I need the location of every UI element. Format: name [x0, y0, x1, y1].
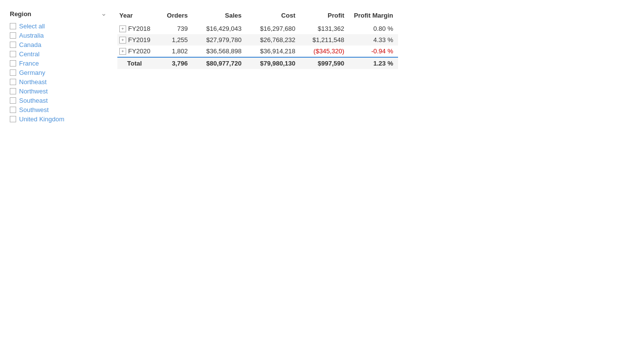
checkbox-united-kingdom[interactable]: [10, 116, 16, 122]
sidebar-item-canada[interactable]: Canada: [10, 40, 108, 49]
sidebar-item-france[interactable]: France: [10, 59, 108, 68]
checkbox-select-all[interactable]: [10, 23, 16, 29]
cell-sales: $16,429,043: [193, 23, 246, 34]
col-header-cost[interactable]: Cost: [246, 10, 300, 23]
cell-sales: $27,979,780: [193, 34, 246, 45]
cell-cost: $26,768,232: [246, 34, 300, 45]
sidebar-item-southwest[interactable]: Southwest: [10, 105, 108, 114]
sidebar-item-label: Germany: [19, 69, 45, 76]
total-row: Total3,796$80,977,720$79,980,130$997,590…: [117, 57, 398, 69]
sidebar-header: Region ⌵: [10, 10, 108, 18]
table-row: +FY20201,802$36,568,898$36,914,218($345,…: [117, 45, 398, 57]
checkbox-germany[interactable]: [10, 69, 16, 76]
sidebar-item-label: United Kingdom: [19, 115, 65, 123]
cell-profit: ($345,320): [300, 45, 349, 57]
cell-year: +FY2018: [117, 23, 163, 34]
year-value: FY2018: [128, 25, 151, 32]
total-sales: $80,977,720: [193, 57, 246, 69]
expand-icon[interactable]: +: [119, 48, 126, 55]
expand-icon[interactable]: +: [119, 37, 126, 44]
cell-margin: -0.94 %: [349, 45, 398, 57]
cell-cost: $36,914,218: [246, 45, 300, 57]
checkbox-central[interactable]: [10, 51, 16, 57]
cell-orders: 1,802: [163, 45, 193, 57]
cell-profit: $131,362: [300, 23, 349, 34]
table-row: +FY20191,255$27,979,780$26,768,232$1,211…: [117, 34, 398, 45]
col-header-sales[interactable]: Sales: [193, 10, 246, 23]
cell-orders: 739: [163, 23, 193, 34]
sidebar-item-label: Canada: [19, 41, 42, 48]
cell-margin: 0.80 %: [349, 23, 398, 34]
sidebar-item-central[interactable]: Central: [10, 49, 108, 59]
cell-year: +FY2020: [117, 45, 163, 57]
sidebar: Region ⌵ Select all Australia Canada Cen…: [10, 10, 108, 124]
checkbox-southwest[interactable]: [10, 107, 16, 113]
checkbox-australia[interactable]: [10, 32, 16, 39]
sidebar-item-southeast[interactable]: Southeast: [10, 96, 108, 105]
cell-year: +FY2019: [117, 34, 163, 45]
checkbox-canada[interactable]: [10, 42, 16, 48]
col-header-orders[interactable]: Orders: [163, 10, 193, 23]
year-value: FY2019: [128, 36, 151, 44]
sidebar-item-australia[interactable]: Australia: [10, 31, 108, 40]
total-cost: $79,980,130: [246, 57, 300, 69]
total-orders: 3,796: [163, 57, 193, 69]
sidebar-item-northeast[interactable]: Northeast: [10, 77, 108, 87]
cell-profit: $1,211,548: [300, 34, 349, 45]
total-label: Total: [117, 57, 163, 69]
sidebar-item-germany[interactable]: Germany: [10, 68, 108, 77]
total-profit: $997,590: [300, 57, 349, 69]
cell-cost: $16,297,680: [246, 23, 300, 34]
sidebar-item-label: Southeast: [19, 97, 48, 104]
sidebar-item-label: Southwest: [19, 106, 49, 113]
checkbox-france[interactable]: [10, 60, 16, 67]
sidebar-item-northwest[interactable]: Northwest: [10, 87, 108, 96]
cell-orders: 1,255: [163, 34, 193, 45]
expand-icon[interactable]: +: [119, 25, 126, 32]
cell-margin: 4.33 %: [349, 34, 398, 45]
table-row: +FY2018739$16,429,043$16,297,680$131,362…: [117, 23, 398, 34]
data-table: Year Orders Sales Cost Profit Profit Mar…: [117, 10, 398, 69]
col-header-margin[interactable]: Profit Margin: [349, 10, 398, 23]
sidebar-item-label: Northeast: [19, 78, 46, 86]
sidebar-title: Region: [10, 10, 31, 18]
year-value: FY2020: [128, 47, 151, 55]
sidebar-item-label: Australia: [19, 32, 44, 39]
checkbox-southeast[interactable]: [10, 97, 16, 104]
sidebar-item-label: Select all: [19, 23, 45, 30]
checkbox-northeast[interactable]: [10, 79, 16, 85]
total-margin: 1.23 %: [349, 57, 398, 69]
checkbox-northwest[interactable]: [10, 88, 16, 94]
sidebar-item-select-all[interactable]: Select all: [10, 22, 108, 31]
chevron-down-icon[interactable]: ⌵: [100, 10, 108, 18]
sidebar-item-label: Central: [19, 50, 40, 58]
sidebar-item-united-kingdom[interactable]: United Kingdom: [10, 114, 108, 124]
main-content: Year Orders Sales Cost Profit Profit Mar…: [117, 10, 644, 124]
col-header-profit[interactable]: Profit: [300, 10, 349, 23]
sidebar-item-label: France: [19, 60, 39, 67]
cell-sales: $36,568,898: [193, 45, 246, 57]
sidebar-item-label: Northwest: [19, 88, 48, 95]
col-header-year[interactable]: Year: [117, 10, 163, 23]
